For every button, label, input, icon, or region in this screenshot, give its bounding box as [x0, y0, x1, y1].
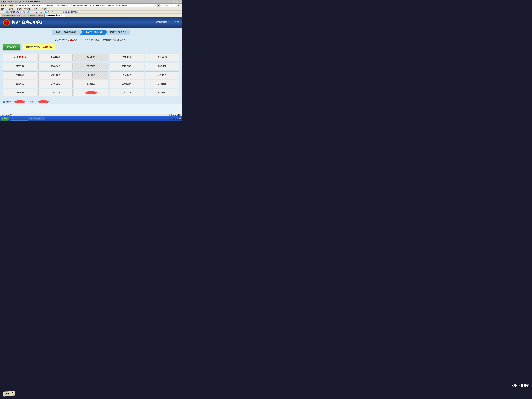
menu-view[interactable]: 查看(V)	[16, 8, 22, 10]
fav-icon-1: 🌐	[6, 11, 8, 13]
titlebar-text: 机动车登记系统--自助选号 - Windows Internet Explore…	[3, 1, 172, 3]
action-area: 确认号牌 当前选择号码： Z5DP13	[0, 43, 182, 52]
plate-item[interactable]: Z3LX27	[38, 71, 73, 79]
person-icon: 👤	[3, 101, 5, 103]
live-search-box[interactable]: 🔍 Live Search	[160, 4, 177, 7]
taskbar-icon-ie[interactable]: e	[11, 117, 28, 120]
windows-logo-icon: ⊞	[2, 118, 3, 120]
zone-icon: 🌐	[169, 114, 170, 116]
menu-bar: 文件(F) 编辑(E) 查看(V) 收藏夹(A) 工具(T) 帮助(H)	[0, 7, 182, 11]
browser-window: e 机动车登记系统--自助选号 - Windows Internet Explo…	[0, 0, 182, 121]
tab-icon-2: 🌐	[46, 14, 48, 16]
fav-item-4[interactable]: 🌐 公安交通管理综合应用...	[62, 11, 81, 13]
plate-item[interactable]: Z7XB51	[74, 80, 108, 88]
confirm-link[interactable]: 确认号牌	[70, 39, 77, 41]
header-left: ⊙ 机动车自助选号系统	[3, 19, 42, 26]
window-controls[interactable]: _ □ ✕	[173, 1, 181, 3]
plate-item[interactable]: Z4AR37	[38, 89, 73, 96]
live-search-label: Live Search	[163, 5, 171, 6]
plate-item[interactable]: Z1CP72	[110, 89, 144, 96]
bottom-info-bar: 👤 所有人： 牛牌品牌：	[0, 99, 182, 104]
plate-item[interactable]: Z1YG45	[145, 54, 179, 61]
current-selection-value: Z5DP13	[43, 45, 52, 48]
tray-icons: 🔊 🖥 ⚡	[171, 118, 177, 120]
fav-icon-4: 🌐	[63, 11, 64, 13]
plates-grid: ✓Z5DP13Z3MT80Z0KL71Z3LP20Z1YG45Z0TD84ZYA…	[3, 54, 179, 96]
close-button[interactable]: ✕	[179, 1, 181, 3]
plate-item[interactable]: Z5QB70	[3, 89, 37, 96]
plate-item[interactable]: Z4FG30	[110, 63, 144, 70]
header-time: 11:17:09	[171, 21, 179, 23]
owner-label: 所有人：	[6, 101, 13, 103]
plate-item[interactable]: ✓Z5DP13	[3, 54, 37, 61]
taskbar-item-ie-icon: e	[29, 118, 30, 120]
countdown-seconds: 59	[59, 38, 62, 41]
header-datetime: 2023年10月20日 11:17:09	[154, 21, 179, 24]
step-1: 阶段一：阅读选号须知	[52, 30, 82, 35]
plate-item[interactable]: Z7YD15	[145, 80, 179, 88]
plate-item[interactable]: Z7NY37	[110, 80, 144, 88]
plate-item[interactable]: Z0KL71	[74, 54, 108, 61]
menu-tools[interactable]: 工具(T)	[33, 8, 39, 10]
plate-item[interactable]: Z9FQ71	[74, 71, 108, 79]
ie-o-label: IE O	[178, 4, 181, 6]
back-button[interactable]: ◀	[1, 4, 2, 6]
plate-item[interactable]: Z0TD84	[3, 63, 37, 70]
ie-icon: e	[1, 0, 2, 3]
fav-item-2[interactable]: 🌐 Internet Explorer 无...	[27, 11, 43, 13]
stop-button[interactable]: ✕	[7, 4, 8, 6]
step-2: 阶段二：选择号牌	[80, 30, 108, 35]
plate-item[interactable]: Z2FP51	[145, 71, 179, 79]
tab-1[interactable]: 🌐 机动车登记系统--自助选号	[23, 14, 44, 17]
tab-close-button[interactable]: ✕	[63, 14, 63, 16]
start-button[interactable]: ⊞ 开始	[0, 117, 9, 120]
taskbar-item-0[interactable]: e 机动车登记系统--...	[28, 117, 45, 120]
plate-item[interactable]: Z1DS51	[3, 71, 37, 79]
tab-icon-0: 🌐	[2, 15, 4, 16]
minimize-button[interactable]: _	[173, 1, 175, 3]
address-bar: ◀ ▶ ↻ ✕ 地址(D) → 🔍 Live Search IE O	[0, 4, 182, 7]
owner-value-redacted	[14, 100, 25, 103]
progress-steps: 阶段一：阅读选号须知 阶段二：选择号牌 阶段三：完成选号	[0, 28, 182, 37]
maximize-button[interactable]: □	[176, 1, 178, 3]
plate-item[interactable]: Z3ZT47	[110, 71, 144, 79]
plate-item[interactable]: Z3ZN75	[74, 63, 108, 70]
system-tray: 🔊 🖥 ⚡ 11:17	[170, 118, 182, 120]
info-text: 请在 59 秒内点击 确认号牌 ，共"30"个号牌号码供您选择，您可查看并点选心…	[0, 37, 182, 43]
plate-item[interactable]: Z3LP20	[110, 54, 144, 61]
tab-bar: 🌐 公安交通管理综合应用平台 🌐 机动车登记系统--自助选号 🌐 机动车登记系统…	[0, 13, 182, 17]
zone-label: Internet	[171, 114, 176, 116]
tab-icon-1: 🌐	[24, 15, 26, 16]
menu-edit[interactable]: 编辑(E)	[8, 8, 15, 10]
page-header: ⊙ 机动车自助选号系统 2023年10月20日 11:17:09	[0, 17, 182, 28]
fav-item-1[interactable]: 🌐 公安交通管理综合应用平台	[6, 11, 26, 13]
address-input[interactable]	[15, 4, 156, 7]
address-label: 地址(D)	[9, 4, 14, 6]
taskbar-ie-icon: e	[12, 118, 13, 120]
plate-item[interactable]: Z3GJ02	[145, 63, 179, 70]
header-date: 2023年10月20日	[154, 21, 169, 23]
go-button[interactable]: →	[157, 4, 160, 7]
fav-item-3[interactable]: 🌐 Internet Explorer 无...	[44, 11, 61, 13]
fav-icon-2: 🌐	[27, 11, 29, 13]
refresh-button[interactable]: ↻	[5, 4, 6, 6]
plate-item[interactable]: Z1NU53	[145, 89, 179, 96]
menu-file[interactable]: 文件(F)	[1, 8, 7, 10]
tab-2[interactable]: 🌐 机动车登记系统--自... ✕	[45, 14, 65, 17]
plate-item[interactable]: Z3LX16	[3, 80, 37, 88]
tray-time: 11:17	[177, 118, 181, 120]
menu-favorites[interactable]: 收藏夹(A)	[24, 8, 32, 10]
plate-item[interactable]	[74, 89, 108, 96]
titlebar: e 机动车登记系统--自助选号 - Windows Internet Explo…	[0, 0, 182, 4]
menu-help[interactable]: 帮助(H)	[41, 8, 47, 10]
plate-item[interactable]: ZYA542	[38, 63, 73, 70]
plate-item[interactable]: Z3MT80	[38, 54, 73, 61]
forward-button[interactable]: ▶	[3, 4, 5, 6]
confirm-button[interactable]: 确认号牌	[3, 44, 20, 50]
brand-value-redacted	[38, 100, 49, 103]
status-left: javascript:void(0)	[1, 114, 12, 116]
plates-container: ✓Z5DP13Z3MT80Z0KL71Z3LP20Z1YG45Z0TD84ZYA…	[0, 52, 182, 99]
tab-0[interactable]: 🌐 公安交通管理综合应用平台	[1, 14, 23, 17]
plate-item[interactable]: Z7ND36	[38, 80, 73, 88]
taskbar: ⊞ 开始 | e e 机动车登记系统--... 🔊 🖥 ⚡ 11:17	[0, 116, 182, 121]
